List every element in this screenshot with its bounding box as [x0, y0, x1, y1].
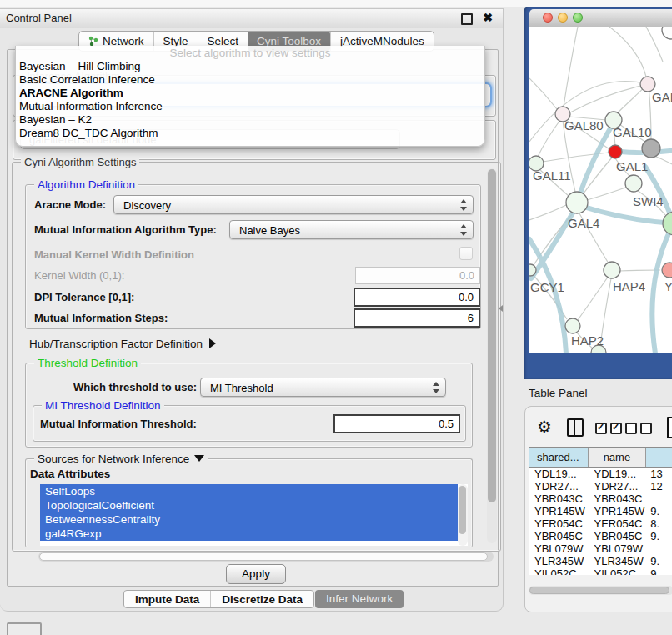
kernel-width-field[interactable]: 0.0	[355, 267, 480, 284]
table-panel-title: Table Panel	[529, 387, 588, 399]
node-gray[interactable]	[642, 139, 660, 158]
mi-type-label: Mutual Information Algorithm Type:	[34, 223, 217, 236]
select-all-columns-icon[interactable]	[595, 422, 622, 434]
table-row[interactable]: YBR045CYBR045C9.	[529, 530, 672, 542]
mi-type-value: Naive Bayes	[239, 224, 300, 237]
list-item[interactable]: gal4RGexp	[40, 527, 458, 541]
cell-value: 9.	[646, 530, 672, 542]
dropdown-item-selected[interactable]: ARACNE Algorithm	[19, 87, 481, 100]
cyni-algorithm-settings-group: Cyni Algorithm Settings Algorithm Defini…	[12, 162, 501, 552]
threshold-definition-group: Threshold Definition Which threshold to …	[25, 362, 473, 448]
sources-group: Sources for Network Inference Data Attri…	[25, 458, 473, 548]
cell-name: YDR27...	[589, 480, 647, 492]
checked-checkbox-icon	[610, 422, 622, 434]
node-partial-top[interactable]	[662, 27, 672, 39]
table-horizontal-scrollbar[interactable]	[529, 586, 672, 595]
network-canvas[interactable]: GAL GAL80 GAL10 GAL1 GAL11 SWI4 GAL4 GCY…	[529, 27, 672, 353]
float-window-icon[interactable]	[461, 13, 473, 25]
cell-value	[646, 492, 672, 505]
dropdown-item[interactable]: Bayesian – K2	[19, 113, 481, 127]
settings-vertical-scrollbar[interactable]	[487, 168, 497, 543]
apply-button[interactable]: Apply	[226, 564, 286, 584]
settings-horizontal-scrollbar-thumb[interactable]	[39, 552, 488, 561]
cell-shared: YPR145W	[529, 505, 589, 518]
table-row[interactable]: YDL19...YDL19...13	[529, 468, 672, 480]
which-threshold-value: MI Threshold	[210, 382, 273, 394]
minimized-panel-icon[interactable]	[7, 622, 42, 635]
column-header-shared-name[interactable]: shared...	[529, 448, 589, 467]
dpi-tolerance-field[interactable]: 0.0	[354, 288, 480, 307]
hub-definition-expander[interactable]: Hub/Transcription Factor Definition	[29, 338, 216, 350]
table-row[interactable]: YDR27...YDR27...12	[529, 480, 672, 492]
stepper-icon	[460, 223, 468, 237]
minimize-traffic-light[interactable]	[558, 12, 568, 22]
deselect-all-columns-icon[interactable]	[625, 422, 652, 434]
dropdown-item[interactable]: Basic Correlation Inference	[19, 73, 481, 87]
column-header-name[interactable]: name	[589, 448, 647, 467]
tab-impute-data[interactable]: Impute Data	[124, 591, 210, 608]
cell-shared: YBR045C	[529, 530, 589, 542]
cell-shared: YBL079W	[529, 542, 589, 555]
algorithm-dropdown: Select algorithm to view settings Bayesi…	[15, 46, 485, 147]
node-salmon[interactable]	[662, 262, 672, 278]
cyni-bottom-tabs: Impute Data Discretize Data Infer Networ…	[123, 590, 404, 608]
panel-divider-arrow[interactable]	[499, 305, 503, 312]
list-vertical-scrollbar[interactable]	[458, 484, 468, 546]
node-hap4[interactable]	[604, 262, 620, 278]
gear-icon[interactable]: ⚙	[537, 416, 552, 438]
unchecked-checkbox-icon	[640, 422, 652, 434]
column-header-partial[interactable]	[646, 448, 672, 467]
node-hap2[interactable]	[565, 318, 580, 333]
list-item[interactable]: SelfLoops	[40, 484, 458, 498]
cell-name: YER054C	[589, 518, 647, 530]
close-traffic-light[interactable]	[543, 12, 553, 22]
mi-algorithm-type-combo[interactable]: Naive Bayes	[229, 220, 474, 239]
cell-value: 8.	[646, 518, 672, 530]
tab-discretize-data[interactable]: Discretize Data	[210, 591, 313, 608]
node-label: GAL4	[568, 216, 599, 230]
aracne-mode-label: Aracne Mode:	[34, 198, 106, 211]
node-gal1[interactable]	[625, 175, 642, 192]
table-row[interactable]: YBR043CYBR043C	[529, 492, 672, 505]
list-item[interactable]: TopologicalCoefficient	[40, 498, 458, 512]
data-attributes-list[interactable]: SelfLoops TopologicalCoefficient Between…	[40, 484, 468, 546]
new-table-icon[interactable]	[667, 417, 672, 438]
node-gcy1[interactable]	[529, 264, 536, 276]
tab-infer-network[interactable]: Infer Network	[315, 590, 404, 608]
bottom-tab-group: Impute Data Discretize Data	[123, 590, 314, 608]
node-label: GCY1	[530, 280, 564, 294]
table-body[interactable]: YDL19...YDL19...13 YDR27...YDR27...12 YB…	[529, 468, 672, 575]
settings-horizontal-scrollbar[interactable]	[38, 552, 494, 562]
table-row[interactable]: YPR145WYPR145W9.	[529, 505, 672, 518]
dropdown-item[interactable]: Mutual Information Inference	[19, 100, 481, 113]
table-horizontal-scrollbar-thumb[interactable]	[529, 587, 669, 594]
mi-steps-field[interactable]: 6	[354, 308, 480, 328]
control-panel-title: Control Panel	[6, 12, 72, 24]
which-threshold-combo[interactable]: MI Threshold	[200, 378, 446, 397]
aracne-mode-combo[interactable]: Discovery	[113, 195, 474, 214]
list-vertical-scrollbar-thumb[interactable]	[459, 486, 466, 534]
node-red-selected[interactable]	[609, 145, 622, 158]
cell-shared: YBR043C	[529, 492, 589, 505]
node-swi4[interactable]	[663, 212, 672, 235]
table-row[interactable]: YIL052CYIL052C9	[529, 568, 672, 575]
list-item[interactable]: BetweennessCentrality	[40, 512, 458, 527]
aracne-mode-value: Discovery	[123, 199, 171, 212]
checked-checkbox-icon	[595, 422, 607, 434]
manual-kernel-checkbox[interactable]	[459, 247, 473, 260]
table-row[interactable]: YBL079WYBL079W	[529, 542, 672, 555]
node-gal4[interactable]	[566, 192, 588, 213]
table-row[interactable]: YLR345WYLR345W9.	[529, 555, 672, 568]
close-icon[interactable]: ✖	[483, 11, 493, 24]
table-row[interactable]: YER054CYER054C8.	[529, 518, 672, 530]
dropdown-item[interactable]: Bayesian – Hill Climbing	[19, 60, 481, 73]
mi-threshold-field[interactable]: 0.5	[333, 414, 460, 433]
table-panel: ⚙ shared... name YDL19...YDL19...13 YDR2…	[524, 406, 672, 612]
dropdown-item[interactable]: Dream8 DC_TDC Algorithm	[19, 127, 481, 140]
zoom-traffic-light[interactable]	[573, 12, 583, 22]
settings-vertical-scrollbar-thumb[interactable]	[488, 169, 496, 502]
columns-icon[interactable]	[567, 418, 584, 437]
unchecked-checkbox-icon	[625, 422, 637, 434]
cell-name: YDL19...	[589, 468, 647, 480]
cell-value: 9.	[646, 505, 672, 518]
